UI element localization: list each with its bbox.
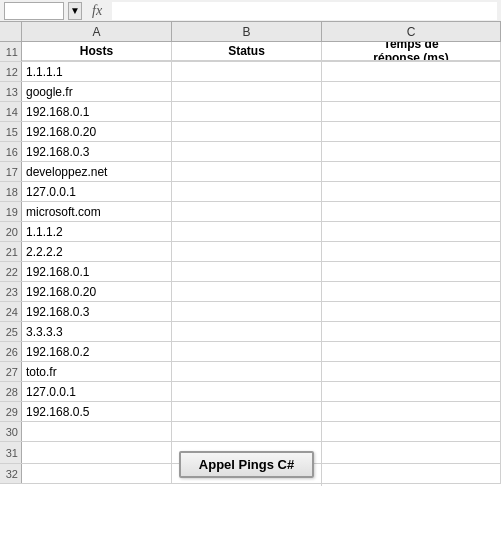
table-row: 17 developpez.net: [0, 162, 501, 182]
cell-response-27[interactable]: [322, 362, 501, 381]
button-row-32-a[interactable]: [22, 464, 172, 483]
cell-status-30[interactable]: [172, 422, 322, 441]
row-num-23: 23: [0, 282, 22, 301]
formula-bar: I33 ▼ fx: [0, 0, 501, 22]
cell-host-26[interactable]: 192.168.0.2: [22, 342, 172, 361]
cell-response-22[interactable]: [322, 262, 501, 281]
cell-status-17[interactable]: [172, 162, 322, 181]
cell-host-30[interactable]: [22, 422, 172, 441]
col-header-a[interactable]: A: [22, 22, 172, 41]
row-num-17: 17: [0, 162, 22, 181]
row-num-12: 12: [0, 62, 22, 81]
table-row: 21 2.2.2.2: [0, 242, 501, 262]
cell-host-23[interactable]: 192.168.0.20: [22, 282, 172, 301]
cell-status-18[interactable]: [172, 182, 322, 201]
cell-status-21[interactable]: [172, 242, 322, 261]
header-cell-hosts[interactable]: Hosts: [22, 42, 172, 61]
cell-status-14[interactable]: [172, 102, 322, 121]
cell-response-20[interactable]: [322, 222, 501, 241]
cell-status-16[interactable]: [172, 142, 322, 161]
formula-input[interactable]: [112, 2, 497, 20]
cell-response-15[interactable]: [322, 122, 501, 141]
spreadsheet-header-row: 11 Hosts Status Temps de réponse (ms): [0, 42, 501, 62]
cell-status-22[interactable]: [172, 262, 322, 281]
cell-host-19[interactable]: microsoft.com: [22, 202, 172, 221]
button-row-32-c[interactable]: [322, 464, 501, 483]
row-num-31: 31: [0, 442, 22, 463]
header-cell-status[interactable]: Status: [172, 42, 322, 61]
row-num-30: 30: [0, 422, 22, 441]
table-row: 12 1.1.1.1: [0, 62, 501, 82]
header-cell-temps[interactable]: Temps de réponse (ms): [322, 42, 501, 61]
cell-status-26[interactable]: [172, 342, 322, 361]
cell-status-23[interactable]: [172, 282, 322, 301]
cell-host-12[interactable]: 1.1.1.1: [22, 62, 172, 81]
cell-host-13[interactable]: google.fr: [22, 82, 172, 101]
cell-ref-dropdown[interactable]: ▼: [68, 2, 82, 20]
cell-status-24[interactable]: [172, 302, 322, 321]
col-header-c[interactable]: C: [322, 22, 501, 41]
cell-response-26[interactable]: [322, 342, 501, 361]
row-num-27: 27: [0, 362, 22, 381]
cell-response-16[interactable]: [322, 142, 501, 161]
cell-response-30[interactable]: [322, 422, 501, 441]
table-row: 24 192.168.0.3: [0, 302, 501, 322]
cell-host-25[interactable]: 3.3.3.3: [22, 322, 172, 341]
cell-response-14[interactable]: [322, 102, 501, 121]
data-rows: 11 Hosts Status Temps de réponse (ms) 12…: [0, 42, 501, 484]
cell-status-29[interactable]: [172, 402, 322, 421]
row-num-24: 24: [0, 302, 22, 321]
table-row: 16 192.168.0.3: [0, 142, 501, 162]
cell-response-24[interactable]: [322, 302, 501, 321]
header-temps-line2: réponse (ms): [373, 51, 448, 61]
cell-host-16[interactable]: 192.168.0.3: [22, 142, 172, 161]
table-row: 13 google.fr: [0, 82, 501, 102]
table-row: 20 1.1.1.2: [0, 222, 501, 242]
cell-status-20[interactable]: [172, 222, 322, 241]
table-row: 29 192.168.0.5: [0, 402, 501, 422]
cell-host-24[interactable]: 192.168.0.3: [22, 302, 172, 321]
cell-host-29[interactable]: 192.168.0.5: [22, 402, 172, 421]
cell-response-17[interactable]: [322, 162, 501, 181]
cell-host-21[interactable]: 2.2.2.2: [22, 242, 172, 261]
cell-response-28[interactable]: [322, 382, 501, 401]
cell-status-25[interactable]: [172, 322, 322, 341]
table-row: 28 127.0.0.1: [0, 382, 501, 402]
cell-host-20[interactable]: 1.1.1.2: [22, 222, 172, 241]
cell-host-27[interactable]: toto.fr: [22, 362, 172, 381]
cell-status-15[interactable]: [172, 122, 322, 141]
table-row: 26 192.168.0.2: [0, 342, 501, 362]
cell-response-25[interactable]: [322, 322, 501, 341]
row-num-21: 21: [0, 242, 22, 261]
cell-status-19[interactable]: [172, 202, 322, 221]
cell-response-29[interactable]: [322, 402, 501, 421]
cell-host-14[interactable]: 192.168.0.1: [22, 102, 172, 121]
cell-host-22[interactable]: 192.168.0.1: [22, 262, 172, 281]
row-num-25: 25: [0, 322, 22, 341]
cell-host-15[interactable]: 192.168.0.20: [22, 122, 172, 141]
cell-response-18[interactable]: [322, 182, 501, 201]
cell-response-13[interactable]: [322, 82, 501, 101]
col-header-b[interactable]: B: [172, 22, 322, 41]
cell-response-21[interactable]: [322, 242, 501, 261]
button-row-31-c[interactable]: [322, 442, 501, 463]
cell-host-18[interactable]: 127.0.0.1: [22, 182, 172, 201]
row-num-13: 13: [0, 82, 22, 101]
cell-reference-input[interactable]: I33: [4, 2, 64, 20]
cell-status-13[interactable]: [172, 82, 322, 101]
button-row-31-a[interactable]: [22, 442, 172, 463]
appel-pings-button[interactable]: Appel Pings C#: [179, 451, 314, 478]
cell-status-12[interactable]: [172, 62, 322, 81]
cell-status-28[interactable]: [172, 382, 322, 401]
cell-status-27[interactable]: [172, 362, 322, 381]
cell-response-23[interactable]: [322, 282, 501, 301]
cell-response-19[interactable]: [322, 202, 501, 221]
cell-host-28[interactable]: 127.0.0.1: [22, 382, 172, 401]
button-row-31-b[interactable]: Appel Pings C#: [172, 442, 322, 486]
row-num-11: 11: [0, 42, 22, 61]
row-num-20: 20: [0, 222, 22, 241]
row-num-18: 18: [0, 182, 22, 201]
cell-host-17[interactable]: developpez.net: [22, 162, 172, 181]
cell-response-12[interactable]: [322, 62, 501, 81]
spreadsheet: A B C 11 Hosts Status Temps de réponse (…: [0, 22, 501, 484]
